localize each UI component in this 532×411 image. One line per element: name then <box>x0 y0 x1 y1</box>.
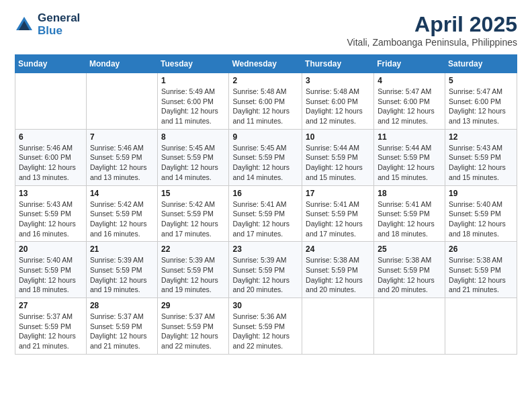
page: General Blue April 2025 Vitali, Zamboang… <box>0 0 532 411</box>
day-info: Sunrise: 5:46 AM Sunset: 5:59 PM Dayligh… <box>90 143 154 183</box>
day-info: Sunrise: 5:38 AM Sunset: 5:59 PM Dayligh… <box>449 255 513 295</box>
table-row: 19Sunrise: 5:40 AM Sunset: 5:59 PM Dayli… <box>445 185 517 242</box>
table-row: 5Sunrise: 5:47 AM Sunset: 6:00 PM Daylig… <box>445 73 517 130</box>
table-row: 26Sunrise: 5:38 AM Sunset: 5:59 PM Dayli… <box>445 242 517 298</box>
day-number: 17 <box>306 189 370 198</box>
day-info: Sunrise: 5:41 AM Sunset: 5:59 PM Dayligh… <box>232 199 298 239</box>
table-row: 12Sunrise: 5:43 AM Sunset: 5:59 PM Dayli… <box>445 129 517 185</box>
day-info: Sunrise: 5:38 AM Sunset: 5:59 PM Dayligh… <box>378 255 441 295</box>
table-row: 7Sunrise: 5:46 AM Sunset: 5:59 PM Daylig… <box>86 129 157 185</box>
table-row: 23Sunrise: 5:39 AM Sunset: 5:59 PM Dayli… <box>229 242 302 298</box>
table-row: 13Sunrise: 5:43 AM Sunset: 5:59 PM Dayli… <box>15 185 87 242</box>
logo-text: General Blue <box>38 12 80 37</box>
day-info: Sunrise: 5:37 AM Sunset: 5:59 PM Dayligh… <box>19 312 83 351</box>
logo-icon <box>15 15 34 34</box>
day-number: 26 <box>449 244 513 254</box>
day-info: Sunrise: 5:48 AM Sunset: 6:00 PM Dayligh… <box>306 87 370 126</box>
table-row <box>374 298 445 355</box>
calendar: Sunday Monday Tuesday Wednesday Thursday… <box>15 54 517 355</box>
day-number: 15 <box>161 189 225 198</box>
calendar-header-row: Sunday Monday Tuesday Wednesday Thursday… <box>15 55 517 73</box>
day-number: 21 <box>90 244 154 254</box>
table-row <box>86 73 157 130</box>
day-info: Sunrise: 5:39 AM Sunset: 5:59 PM Dayligh… <box>161 255 225 295</box>
table-row: 20Sunrise: 5:40 AM Sunset: 5:59 PM Dayli… <box>15 242 87 298</box>
day-info: Sunrise: 5:41 AM Sunset: 5:59 PM Dayligh… <box>378 199 441 239</box>
day-number: 2 <box>232 76 298 85</box>
day-number: 8 <box>161 132 225 142</box>
table-row <box>445 298 517 355</box>
day-info: Sunrise: 5:40 AM Sunset: 5:59 PM Dayligh… <box>449 199 513 239</box>
day-number: 7 <box>90 132 154 142</box>
day-number: 13 <box>19 189 83 198</box>
day-info: Sunrise: 5:47 AM Sunset: 6:00 PM Dayligh… <box>449 87 513 126</box>
calendar-row: 13Sunrise: 5:43 AM Sunset: 5:59 PM Dayli… <box>15 185 517 242</box>
table-row: 6Sunrise: 5:46 AM Sunset: 6:00 PM Daylig… <box>15 129 87 185</box>
col-wednesday: Wednesday <box>229 55 302 73</box>
table-row: 14Sunrise: 5:42 AM Sunset: 5:59 PM Dayli… <box>86 185 157 242</box>
col-saturday: Saturday <box>445 55 517 73</box>
calendar-row: 20Sunrise: 5:40 AM Sunset: 5:59 PM Dayli… <box>15 242 517 298</box>
day-info: Sunrise: 5:42 AM Sunset: 5:59 PM Dayligh… <box>90 199 154 239</box>
day-info: Sunrise: 5:44 AM Sunset: 5:59 PM Dayligh… <box>306 143 370 183</box>
day-info: Sunrise: 5:47 AM Sunset: 6:00 PM Dayligh… <box>378 87 441 126</box>
day-number: 27 <box>19 301 83 310</box>
day-number: 28 <box>90 301 154 310</box>
day-number: 18 <box>378 189 441 198</box>
day-info: Sunrise: 5:41 AM Sunset: 5:59 PM Dayligh… <box>306 199 370 239</box>
table-row: 10Sunrise: 5:44 AM Sunset: 5:59 PM Dayli… <box>302 129 374 185</box>
day-info: Sunrise: 5:42 AM Sunset: 5:59 PM Dayligh… <box>161 199 225 239</box>
table-row: 24Sunrise: 5:38 AM Sunset: 5:59 PM Dayli… <box>302 242 374 298</box>
day-number: 11 <box>378 132 441 142</box>
logo: General Blue <box>15 12 80 37</box>
logo-blue-text: Blue <box>38 25 80 38</box>
day-number: 3 <box>306 76 370 85</box>
day-number: 14 <box>90 189 154 198</box>
day-info: Sunrise: 5:49 AM Sunset: 6:00 PM Dayligh… <box>161 87 225 126</box>
table-row: 22Sunrise: 5:39 AM Sunset: 5:59 PM Dayli… <box>158 242 229 298</box>
table-row <box>15 73 87 130</box>
table-row: 25Sunrise: 5:38 AM Sunset: 5:59 PM Dayli… <box>374 242 445 298</box>
day-number: 29 <box>161 301 225 310</box>
day-info: Sunrise: 5:39 AM Sunset: 5:59 PM Dayligh… <box>90 255 154 295</box>
day-number: 19 <box>449 189 513 198</box>
table-row: 27Sunrise: 5:37 AM Sunset: 5:59 PM Dayli… <box>15 298 87 355</box>
day-number: 22 <box>161 244 225 254</box>
day-number: 30 <box>232 301 298 310</box>
col-friday: Friday <box>374 55 445 73</box>
col-monday: Monday <box>86 55 157 73</box>
day-number: 24 <box>306 244 370 254</box>
table-row: 30Sunrise: 5:36 AM Sunset: 5:59 PM Dayli… <box>229 298 302 355</box>
table-row: 1Sunrise: 5:49 AM Sunset: 6:00 PM Daylig… <box>158 73 229 130</box>
header: General Blue April 2025 Vitali, Zamboang… <box>15 12 517 48</box>
day-info: Sunrise: 5:45 AM Sunset: 5:59 PM Dayligh… <box>161 143 225 183</box>
table-row: 3Sunrise: 5:48 AM Sunset: 6:00 PM Daylig… <box>302 73 374 130</box>
table-row: 4Sunrise: 5:47 AM Sunset: 6:00 PM Daylig… <box>374 73 445 130</box>
day-number: 25 <box>378 244 441 254</box>
day-info: Sunrise: 5:40 AM Sunset: 5:59 PM Dayligh… <box>19 255 83 295</box>
table-row: 29Sunrise: 5:37 AM Sunset: 5:59 PM Dayli… <box>158 298 229 355</box>
table-row: 11Sunrise: 5:44 AM Sunset: 5:59 PM Dayli… <box>374 129 445 185</box>
table-row: 9Sunrise: 5:45 AM Sunset: 5:59 PM Daylig… <box>229 129 302 185</box>
day-number: 10 <box>306 132 370 142</box>
table-row: 8Sunrise: 5:45 AM Sunset: 5:59 PM Daylig… <box>158 129 229 185</box>
logo-general-text: General <box>38 12 80 25</box>
table-row: 15Sunrise: 5:42 AM Sunset: 5:59 PM Dayli… <box>158 185 229 242</box>
day-number: 20 <box>19 244 83 254</box>
day-number: 4 <box>378 76 441 85</box>
day-number: 23 <box>232 244 298 254</box>
day-info: Sunrise: 5:36 AM Sunset: 5:59 PM Dayligh… <box>232 312 298 351</box>
day-number: 9 <box>232 132 298 142</box>
main-title: April 2025 <box>347 12 517 37</box>
col-tuesday: Tuesday <box>158 55 229 73</box>
table-row: 17Sunrise: 5:41 AM Sunset: 5:59 PM Dayli… <box>302 185 374 242</box>
table-row <box>302 298 374 355</box>
col-sunday: Sunday <box>15 55 87 73</box>
day-info: Sunrise: 5:45 AM Sunset: 5:59 PM Dayligh… <box>232 143 298 183</box>
day-info: Sunrise: 5:46 AM Sunset: 6:00 PM Dayligh… <box>19 143 83 183</box>
calendar-row: 27Sunrise: 5:37 AM Sunset: 5:59 PM Dayli… <box>15 298 517 355</box>
table-row: 18Sunrise: 5:41 AM Sunset: 5:59 PM Dayli… <box>374 185 445 242</box>
day-number: 1 <box>161 76 225 85</box>
day-number: 5 <box>449 76 513 85</box>
table-row: 16Sunrise: 5:41 AM Sunset: 5:59 PM Dayli… <box>229 185 302 242</box>
